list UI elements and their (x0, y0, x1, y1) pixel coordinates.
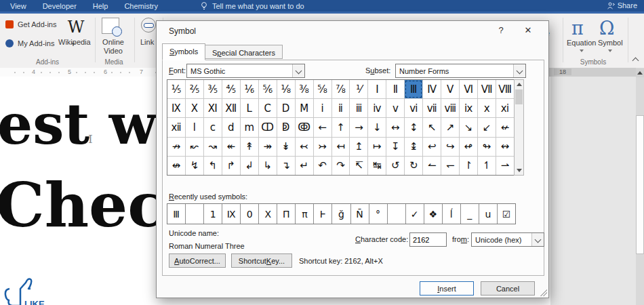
symbol-cell[interactable]: ⅞ (332, 80, 350, 98)
symbol-cell[interactable]: ↑ (332, 118, 350, 136)
tab-special-characters[interactable]: Special Characters (205, 45, 283, 59)
symbol-cell[interactable]: ↻ (405, 157, 422, 175)
symbol-cell[interactable]: ↢ (296, 138, 313, 156)
symbol-cell[interactable]: Ⅵ (460, 80, 477, 98)
recent-symbol-cell[interactable]: ĺ (443, 204, 460, 224)
symbol-cell[interactable]: ↣ (314, 138, 331, 156)
symbol-cell[interactable]: ↚ (496, 118, 514, 136)
symbol-cell[interactable]: Ⅷ (496, 80, 514, 98)
symbol-cell[interactable]: Ⅾ (277, 99, 295, 117)
symbol-cell[interactable]: ↕ (405, 118, 422, 136)
tell-me-box[interactable]: Tell me what you want to do (200, 1, 304, 10)
symbol-button[interactable]: Symbol (598, 39, 623, 47)
symbol-cell[interactable]: Ⅼ (241, 99, 258, 117)
recent-symbol-cell[interactable]: π (296, 204, 313, 224)
symbol-cell[interactable]: ↼ (423, 157, 441, 175)
symbol-cell[interactable]: ↤ (332, 138, 350, 156)
insert-button[interactable]: Insert (420, 281, 474, 296)
from-dropdown[interactable]: Unicode (hex) (471, 232, 544, 247)
symbol-cell[interactable]: ↨ (405, 138, 422, 156)
symbol-cell[interactable]: Ⅱ (386, 80, 404, 98)
symbol-cell[interactable]: ⅚ (259, 80, 277, 98)
symbol-cell[interactable]: ↠ (259, 138, 277, 156)
symbol-cell[interactable]: Ⅻ (222, 99, 240, 117)
symbol-cell[interactable]: ⅺ (496, 99, 514, 117)
symbol-cell[interactable]: ⅳ (368, 99, 386, 117)
dialog-resize-grip[interactable] (540, 289, 547, 296)
share-button[interactable]: Share (607, 1, 637, 9)
symbol-grid-scrollbar[interactable] (514, 79, 524, 176)
symbol-cell[interactable]: Ⅴ (441, 80, 459, 98)
symbol-cell[interactable]: ⅱ (332, 99, 350, 117)
recent-symbol-cell[interactable]: Π (277, 204, 295, 224)
menu-tab-chemistry[interactable]: Chemistry (124, 2, 158, 10)
equation-button[interactable]: Equation (567, 39, 596, 47)
symbol-cell[interactable]: ↰ (204, 157, 222, 175)
symbol-cell[interactable]: ↶ (314, 157, 331, 175)
symbol-cell[interactable]: ⅰ (314, 99, 331, 117)
character-code-input[interactable] (409, 232, 447, 247)
font-dropdown-button[interactable] (292, 64, 304, 77)
scrollbar-thumb[interactable] (636, 115, 644, 254)
subset-dropdown[interactable]: Number Forms (395, 64, 526, 78)
symbol-cell[interactable]: ⅽ (204, 118, 222, 136)
symbol-cell[interactable]: ⅴ (386, 99, 404, 117)
from-dropdown-button[interactable] (531, 233, 544, 246)
symbol-cell[interactable]: Ⅰ (368, 80, 386, 98)
symbol-cell[interactable]: ⅾ (222, 118, 240, 136)
symbol-cell[interactable]: ↾ (460, 157, 477, 175)
recent-symbol-cell[interactable]: Ⱶ (314, 204, 331, 224)
symbol-cell[interactable]: ↿ (478, 157, 496, 175)
symbol-cell[interactable]: ⅼ (186, 118, 203, 136)
symbol-cell[interactable]: ↲ (241, 157, 258, 175)
scroll-up-button[interactable] (636, 68, 644, 77)
symbol-cell[interactable]: ↪ (441, 138, 459, 156)
symbol-cell[interactable]: ↯ (186, 157, 203, 175)
symbol-cell[interactable]: ⅿ (241, 118, 258, 136)
symbol-cell[interactable]: ↖ (423, 118, 441, 136)
tab-symbols[interactable]: Symbols (162, 43, 205, 60)
symbol-cell[interactable]: Ⅳ (423, 80, 441, 98)
symbol-cell[interactable]: ↵ (296, 157, 313, 175)
symbol-cell[interactable]: ⅷ (441, 99, 459, 117)
shortcut-key-button[interactable]: Shortcut Key... (231, 253, 292, 268)
wikipedia-button[interactable]: Wikipedia (58, 38, 91, 46)
my-addins-button[interactable]: My Add-ins (18, 39, 54, 47)
symbol-cell[interactable]: ↱ (222, 157, 240, 175)
get-addins-button[interactable]: Get Add-ins (18, 20, 56, 28)
symbol-cell[interactable]: ↟ (241, 138, 258, 156)
symbol-cell[interactable]: ↂ (296, 118, 313, 136)
recent-symbol-cell[interactable]: 0 (241, 204, 258, 224)
symbol-cell[interactable]: Ⅲ (405, 80, 422, 98)
symbol-cell[interactable]: ↞ (222, 138, 240, 156)
recent-symbol-cell[interactable] (388, 204, 405, 224)
symbol-cell[interactable]: ⅜ (296, 80, 313, 98)
recent-symbol-cell[interactable]: ✓ (406, 204, 424, 224)
recent-symbol-cell[interactable]: u (479, 204, 497, 224)
symbol-cell[interactable]: ↔ (386, 118, 404, 136)
font-dropdown[interactable]: MS Gothic (186, 64, 305, 78)
symbol-cell[interactable]: ⅶ (423, 99, 441, 117)
symbol-cell[interactable]: ↬ (478, 138, 496, 156)
symbol-cell[interactable]: ↡ (277, 138, 295, 156)
symbol-cell[interactable]: ↗ (441, 118, 459, 136)
symbol-cell[interactable]: ⅸ (460, 99, 477, 117)
symbol-cell[interactable]: ⅗ (204, 80, 222, 98)
symbol-cell[interactable]: ⅛ (277, 80, 295, 98)
collapse-ribbon-icon[interactable] (632, 58, 639, 64)
recent-symbol-cell[interactable]: ° (369, 204, 387, 224)
recent-symbol-cell[interactable] (186, 204, 203, 224)
symbol-cell[interactable]: ↙ (478, 118, 496, 136)
symbol-cell[interactable]: ⅻ (167, 118, 185, 136)
vertical-scrollbar[interactable] (636, 68, 644, 305)
dialog-close-button[interactable]: ✕ (519, 25, 537, 35)
symbol-cell[interactable]: ⅝ (314, 80, 331, 98)
symbol-cell[interactable]: ↝ (204, 138, 222, 156)
symbol-cell[interactable]: ⅘ (222, 80, 240, 98)
symbol-cell[interactable]: ↽ (441, 157, 459, 175)
recent-symbol-cell[interactable]: _ (461, 204, 479, 224)
grid-scrollbar-thumb[interactable] (515, 89, 523, 104)
recent-symbol-cell[interactable]: Ñ (351, 204, 369, 224)
symbol-cell[interactable]: ↺ (386, 157, 404, 175)
autocorrect-button[interactable]: AutoCorrect... (169, 253, 226, 268)
